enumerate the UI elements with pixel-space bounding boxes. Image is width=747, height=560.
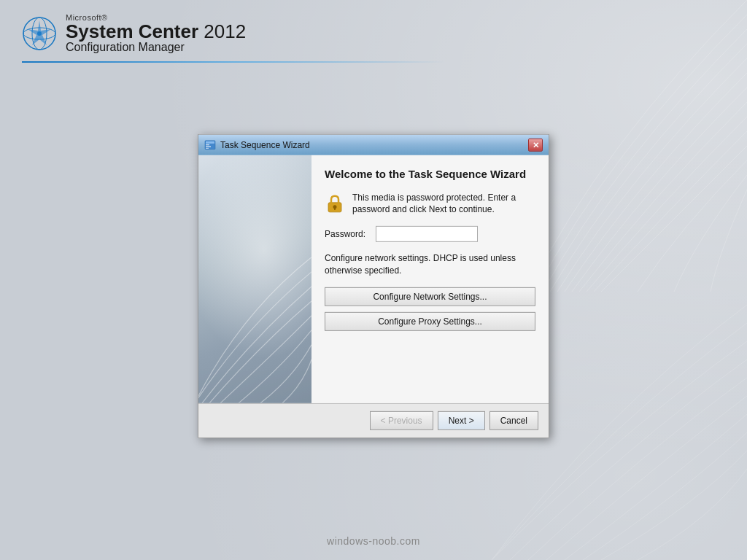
svg-rect-12 <box>334 206 336 209</box>
password-label: Password: <box>325 229 368 239</box>
header: Microsoft® System Center 2012 Configurat… <box>0 0 481 70</box>
configure-proxy-settings-button[interactable]: Configure Proxy Settings... <box>325 312 535 331</box>
info-row: This media is password protected. Enter … <box>325 191 535 216</box>
configure-network-settings-button[interactable]: Configure Network Settings... <box>325 287 535 306</box>
lock-icon <box>325 192 345 213</box>
titlebar-left: Task Sequence Wizard <box>204 139 310 151</box>
ms-logo-icon <box>22 16 57 51</box>
svg-rect-9 <box>206 148 209 149</box>
info-text: This media is password protected. Enter … <box>352 191 535 216</box>
dialog-close-button[interactable]: ✕ <box>528 139 543 152</box>
password-row: Password: <box>325 226 535 242</box>
footer-watermark: windows-noob.com <box>0 535 747 547</box>
svg-rect-8 <box>206 146 211 147</box>
panel-decoration <box>198 257 311 403</box>
previous-button[interactable]: < Previous <box>370 411 433 430</box>
svg-marker-4 <box>28 20 51 45</box>
dialog-titlebar: Task Sequence Wizard ✕ <box>198 135 549 155</box>
dialog-title: Task Sequence Wizard <box>220 140 310 150</box>
password-input[interactable] <box>376 226 478 242</box>
dialog-footer: < Previous Next > Cancel <box>198 403 549 438</box>
dialog-left-panel <box>198 155 311 403</box>
dialog-body: Welcome to the Task Sequence Wizard This… <box>198 155 549 403</box>
svg-rect-7 <box>206 144 209 146</box>
next-button[interactable]: Next > <box>438 411 485 430</box>
logo: Microsoft® System Center 2012 Configurat… <box>22 13 460 54</box>
dialog-heading: Welcome to the Task Sequence Wizard <box>325 167 535 182</box>
logo-text: Microsoft® System Center 2012 Configurat… <box>66 13 246 54</box>
wizard-icon <box>204 139 216 151</box>
dialog-wrapper: Task Sequence Wizard ✕ <box>198 134 549 438</box>
cancel-button[interactable]: Cancel <box>489 411 538 430</box>
task-sequence-wizard-dialog: Task Sequence Wizard ✕ <box>198 134 549 438</box>
network-hint: Configure network settings. DHCP is used… <box>325 252 535 277</box>
svg-rect-6 <box>206 141 214 144</box>
header-divider <box>22 61 445 63</box>
dialog-content: Welcome to the Task Sequence Wizard This… <box>311 155 549 403</box>
sc-label: System Center 2012 <box>66 22 246 41</box>
cm-label: Configuration Manager <box>66 41 246 54</box>
